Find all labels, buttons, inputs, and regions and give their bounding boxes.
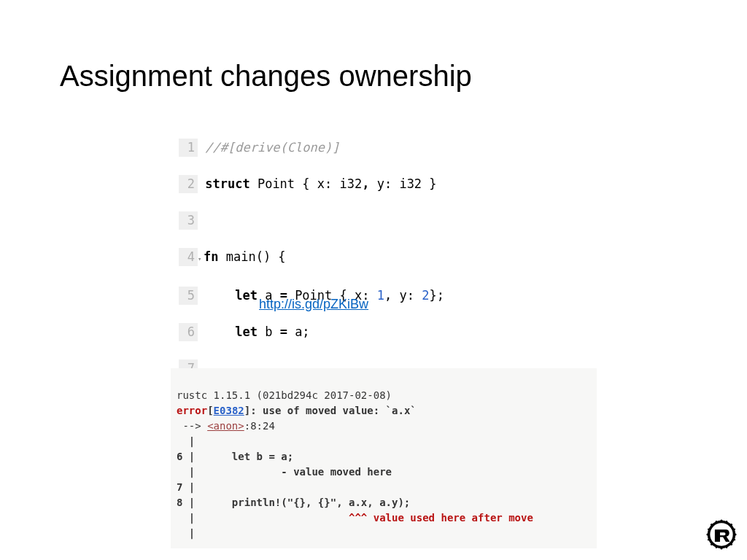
error-caret: -	[281, 466, 293, 478]
svg-point-7	[711, 543, 713, 545]
svg-point-5	[711, 524, 713, 526]
svg-point-8	[730, 543, 732, 545]
code-text: main() {	[218, 249, 285, 264]
line-number: 3	[179, 211, 198, 230]
code-punct: ,	[362, 176, 369, 191]
code-indent	[205, 288, 235, 303]
code-punct: =	[280, 324, 287, 339]
line-number: 6	[179, 323, 198, 341]
rustc-version: rustc 1.15.1 (021bd294c 2017-02-08)	[177, 389, 392, 401]
code-comment: //#[derive(Clone)]	[205, 140, 339, 155]
error-bracket: ]	[244, 405, 250, 416]
code-number: 1	[377, 288, 384, 303]
code-keyword: let	[235, 324, 258, 339]
code-text: b	[258, 324, 280, 339]
code-keyword: struct	[205, 176, 249, 191]
error-gutter: |	[177, 466, 281, 478]
line-number: 4	[179, 248, 198, 266]
rust-logo-icon	[706, 519, 737, 550]
svg-point-6	[730, 524, 732, 526]
svg-point-16	[734, 539, 735, 540]
code-keyword: fn	[204, 249, 218, 264]
svg-point-3	[706, 533, 708, 535]
svg-point-2	[720, 547, 722, 549]
error-label: error	[177, 405, 207, 416]
svg-point-10	[726, 521, 727, 522]
error-location: :8:24	[244, 420, 275, 432]
code-text: y:	[399, 288, 422, 303]
svg-point-4	[734, 533, 736, 535]
shortlink: http://is.gd/pZKiBw	[259, 297, 368, 312]
line-number: 2	[179, 175, 198, 193]
svg-point-9	[716, 521, 717, 522]
error-note: value moved here	[293, 466, 392, 478]
code-number: 2	[422, 288, 429, 303]
slide-title: Assignment changes ownership	[60, 60, 472, 93]
code-text: Point { x: i32	[250, 176, 363, 191]
error-gutter: |	[177, 512, 349, 524]
svg-point-12	[726, 547, 727, 548]
svg-point-15	[734, 529, 735, 530]
compiler-output: rustc 1.15.1 (021bd294c 2017-02-08) erro…	[171, 368, 597, 548]
svg-point-1	[720, 519, 722, 521]
svg-point-11	[716, 547, 717, 548]
code-text: ,	[384, 288, 399, 303]
fold-icon: ▾	[198, 250, 204, 268]
error-bracket: [	[207, 405, 213, 416]
error-caret: ^^^	[349, 512, 374, 524]
error-gutter: |	[177, 527, 195, 539]
error-message: : use of moved value: `a.x`	[250, 405, 417, 416]
code-indent	[205, 324, 235, 339]
error-code[interactable]: E0382	[214, 405, 244, 416]
line-number: 5	[179, 287, 198, 305]
line-number: 1	[179, 139, 198, 157]
error-arrow: -->	[177, 420, 207, 432]
shortlink-anchor[interactable]: http://is.gd/pZKiBw	[259, 297, 368, 311]
code-keyword: let	[235, 288, 258, 303]
svg-point-0	[709, 522, 735, 548]
error-gutter: 7 |	[177, 481, 195, 493]
error-note: value used here after move	[374, 512, 533, 524]
svg-point-14	[708, 539, 709, 540]
error-file[interactable]: <anon>	[207, 420, 244, 432]
svg-point-13	[708, 529, 709, 530]
code-text: };	[429, 288, 444, 303]
error-context-line: 6 | let b = a;	[177, 451, 293, 462]
error-context-line: 8 | println!("{}, {}", a.x, a.y);	[177, 497, 410, 508]
error-gutter: |	[177, 435, 195, 447]
code-text: y: i32 }	[369, 176, 436, 191]
code-text: a;	[287, 324, 310, 339]
